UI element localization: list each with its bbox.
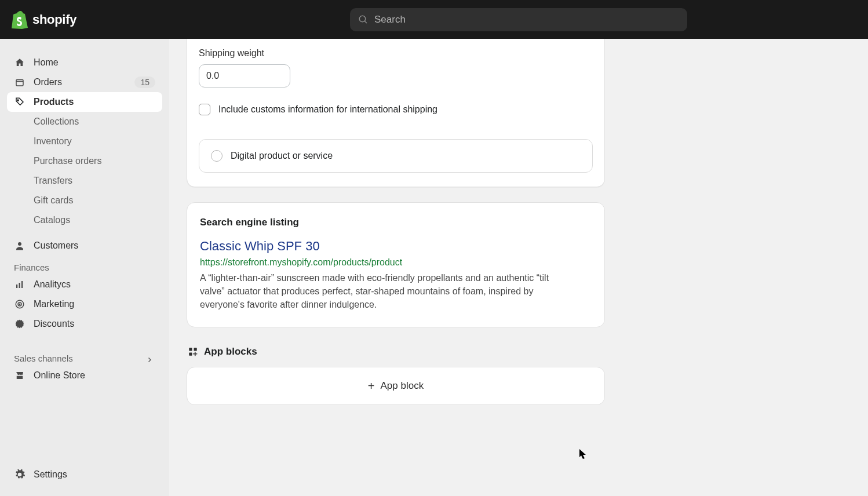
shipping-card: Shipping weight Include customs informat…	[187, 39, 605, 187]
digital-product-card: Digital product or service	[199, 139, 593, 173]
products-icon	[14, 96, 25, 108]
svg-line-1	[364, 21, 367, 23]
svg-point-4	[18, 242, 21, 246]
app-blocks-icon	[188, 347, 198, 357]
customs-checkbox-label: Include customs information for internat…	[218, 104, 437, 115]
svg-rect-12	[194, 348, 197, 351]
marketing-icon	[14, 298, 25, 310]
sidebar-label: Discounts	[34, 319, 74, 329]
mouse-cursor-icon	[579, 449, 588, 459]
app-blocks-heading: App blocks	[188, 346, 605, 358]
shipping-weight-input[interactable]	[199, 64, 290, 87]
sidebar-subitem-purchase-orders[interactable]: Purchase orders	[7, 151, 162, 171]
sidebar-label: Orders	[34, 77, 62, 87]
plus-icon: +	[368, 380, 375, 392]
sidebar-subitem-transfers[interactable]: Transfers	[7, 171, 162, 191]
sidebar-subitem-inventory[interactable]: Inventory	[7, 132, 162, 151]
home-icon	[14, 57, 25, 68]
orders-icon	[14, 76, 25, 88]
add-app-block-button[interactable]: + App block	[187, 367, 605, 405]
chevron-right-icon	[146, 355, 153, 362]
sidebar-label: Analitycs	[34, 279, 71, 290]
online-store-icon	[14, 370, 25, 381]
search-icon	[358, 14, 369, 25]
sidebar-section-finances: Finances	[7, 256, 162, 275]
shopify-bag-icon	[12, 10, 28, 29]
search-placeholder: Search	[374, 14, 406, 25]
sidebar-label: Marketing	[34, 299, 74, 309]
sidebar-label: Customers	[34, 240, 78, 251]
topbar: shopify Search	[0, 0, 868, 39]
sidebar-item-settings[interactable]: Settings	[7, 465, 162, 484]
svg-rect-13	[189, 352, 192, 355]
sidebar-subitem-catalogs[interactable]: Catalogs	[7, 210, 162, 230]
customs-checkbox[interactable]	[199, 104, 210, 115]
digital-product-radio-row[interactable]: Digital product or service	[211, 150, 581, 162]
digital-product-label: Digital product or service	[231, 151, 333, 161]
seo-heading: Search engine listing	[200, 217, 592, 228]
seo-url: https://storefront.myshopify.com/product…	[200, 257, 592, 268]
seo-card: Search engine listing Classic Whip SPF 3…	[187, 202, 605, 327]
sidebar-label: Online Store	[34, 370, 85, 381]
svg-rect-7	[21, 281, 23, 288]
brand-text: shopify	[32, 12, 76, 27]
add-app-block-label: App block	[381, 380, 424, 392]
digital-product-radio[interactable]	[211, 150, 223, 162]
seo-description: A “lighter-than-air” sunscreen made with…	[200, 271, 571, 312]
orders-count-badge: 15	[134, 76, 155, 88]
brand-logo[interactable]: shopify	[0, 10, 169, 29]
svg-point-10	[19, 304, 20, 305]
gear-icon	[14, 469, 25, 480]
sidebar-item-online-store[interactable]: Online Store	[7, 366, 162, 385]
main-content: Shipping weight Include customs informat…	[169, 39, 868, 496]
settings-label: Settings	[34, 469, 67, 480]
sidebar-subitem-collections[interactable]: Collections	[7, 112, 162, 132]
svg-rect-6	[19, 283, 20, 288]
analytics-icon	[14, 279, 25, 290]
customs-checkbox-row[interactable]: Include customs information for internat…	[199, 104, 593, 115]
sidebar-item-orders[interactable]: Orders 15	[7, 72, 162, 92]
customers-icon	[14, 240, 25, 251]
seo-title: Classic Whip SPF 30	[200, 239, 592, 254]
sidebar-subitem-gift-cards[interactable]: Gift cards	[7, 191, 162, 210]
sidebar: Home Orders 15 Products Collections Inve…	[0, 39, 169, 496]
sidebar-item-products[interactable]: Products	[7, 92, 162, 112]
svg-rect-2	[16, 80, 23, 86]
svg-point-3	[17, 100, 19, 101]
sidebar-label: Products	[34, 97, 74, 107]
sidebar-item-customers[interactable]: Customers	[7, 236, 162, 256]
sidebar-label: Home	[34, 57, 59, 68]
sidebar-item-analytics[interactable]: Analitycs	[7, 275, 162, 294]
svg-point-0	[359, 16, 366, 22]
svg-rect-5	[16, 285, 17, 288]
search-input[interactable]: Search	[350, 8, 687, 31]
svg-rect-11	[189, 348, 192, 351]
search-container: Search	[169, 8, 868, 31]
sidebar-item-discounts[interactable]: Discounts	[7, 314, 162, 334]
sidebar-item-marketing[interactable]: Marketing	[7, 294, 162, 314]
sidebar-section-sales-channels[interactable]: Sales channels	[7, 347, 162, 366]
shipping-weight-label: Shipping weight	[199, 48, 593, 59]
app-blocks-heading-text: App blocks	[204, 346, 257, 358]
sidebar-item-home[interactable]: Home	[7, 53, 162, 72]
discounts-icon	[14, 318, 25, 330]
